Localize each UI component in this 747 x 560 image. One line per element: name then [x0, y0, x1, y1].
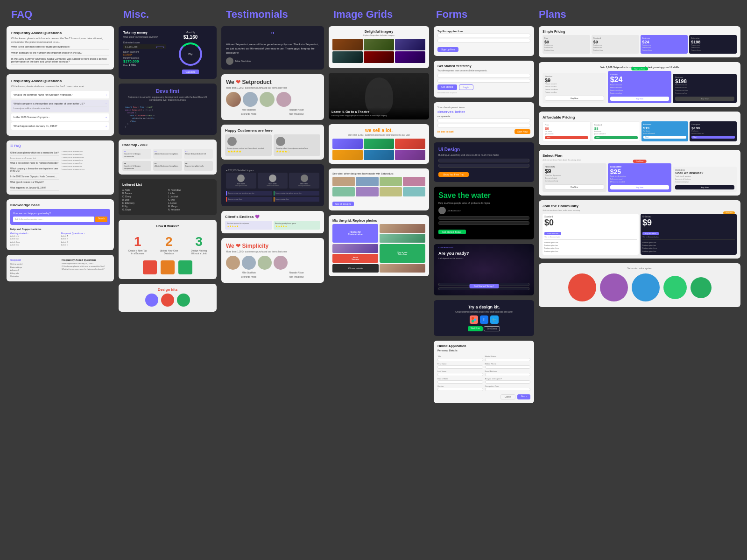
app-title-field[interactable]: [437, 358, 483, 361]
mortgage-card: Take my money What about your mortgage p…: [119, 26, 217, 79]
app-email-field[interactable]: [485, 373, 531, 376]
app-phone-field[interactable]: [485, 365, 531, 369]
ui-field-1[interactable]: [438, 159, 529, 162]
faq-q2[interactable]: Which company is the number one importer…: [11, 50, 109, 56]
app-designer-field[interactable]: [485, 380, 531, 384]
mix-constraints: With proper constraints: [332, 264, 379, 273]
standard-trial-btn[interactable]: Start free trial: [544, 232, 561, 235]
testimonial-quote-card: " Without Setproduct, we would have gone…: [221, 26, 324, 70]
enterprise-plan-btn[interactable]: Start: [691, 136, 735, 139]
mortgage-title: Take my money: [123, 31, 166, 34]
save-field-2[interactable]: [438, 221, 529, 225]
start-now-btn[interactable]: Start Now: [514, 129, 530, 134]
app-occupation-field[interactable]: [485, 388, 531, 391]
coolstart-buy-btn[interactable]: Buy Now: [610, 185, 669, 189]
faqapp-field-1[interactable]: [437, 34, 530, 37]
faq-q3[interactable]: In the 1980 Summer Olympics, Nadia Coman…: [11, 56, 109, 65]
faq-accordion-item-4[interactable]: What happened on January 01, 1984? +: [14, 125, 107, 127]
simplicity-avatar-1: [226, 256, 240, 270]
faqapp-submit-btn[interactable]: Sign Up Free: [437, 47, 458, 52]
mortgage-amount: $175,000: [123, 59, 166, 63]
app-next-btn[interactable]: Next ›: [517, 394, 530, 399]
app-firstname-field[interactable]: [437, 365, 483, 369]
mortgage-monthly: $1,160: [183, 35, 198, 40]
business-plan-btn[interactable]: Buy Now: [675, 97, 734, 101]
show-free-btn[interactable]: Show You Free Trial: [438, 172, 469, 177]
coolstart-plan-btn[interactable]: Buy Now: [610, 97, 669, 101]
join-setproduct-card: Join 1,000 Setproduct customers and star…: [539, 62, 740, 107]
standard-plan-btn[interactable]: Buy Now: [545, 96, 604, 101]
app-lastname-field[interactable]: [437, 373, 483, 376]
star-rating-2: ★★★★☆: [276, 150, 318, 154]
color-blobs-card: Setproduct color system: [539, 263, 740, 307]
faq-card1-title: Frequently Asked Questions: [11, 31, 109, 35]
app-gender-field[interactable]: [437, 388, 483, 391]
dev-field-1[interactable]: [437, 119, 530, 122]
get-started-title: Get Started Yesterday: [437, 64, 530, 68]
see-all-designs-btn[interactable]: See all designs: [332, 202, 354, 206]
save-donate-btn[interactable]: Get Started Today !: [438, 230, 466, 234]
ui-design-card: Ui Design Building & Launching web sites…: [434, 142, 534, 182]
faqapp-field-2[interactable]: [437, 39, 530, 42]
lettered-list-card: Lettered List A. Apple B. Banana C. Cher…: [119, 179, 217, 215]
dev-field-2[interactable]: [437, 124, 530, 127]
designer-img-3: [380, 177, 402, 186]
list-item: I. Imbe: [168, 192, 213, 195]
img-1: [332, 39, 363, 50]
step-3-number: 3: [191, 234, 207, 249]
standard-plan-btn-2[interactable]: Start: [594, 136, 638, 139]
gs-field-password[interactable]: [437, 79, 530, 83]
affordable-pricing-card: Affordable Pricing Free $0 For loremipsu…: [539, 112, 740, 146]
login-btn[interactable]: Log in: [459, 84, 474, 90]
help-title: Help and Support articles: [10, 228, 110, 231]
blob-red: [568, 273, 596, 301]
svg-point-3: [474, 319, 476, 321]
list-item: J. Jackfruit: [168, 195, 213, 198]
step-3-text: Design NothingWithout a Limit: [191, 249, 207, 255]
misc-header: Misc.: [123, 8, 226, 21]
get-started-btn[interactable]: Get Started: [437, 84, 457, 90]
clients-endless-card: Client's Endless 💜 Excellent product lor…: [221, 211, 324, 233]
design-kits-title: Design kits: [122, 287, 213, 292]
kb-search-button[interactable]: Search: [95, 217, 107, 222]
try-design-kit-card: Try a design kit. Create unlimited proje…: [434, 300, 534, 336]
design-kit-title: Try a design kit.: [438, 305, 529, 309]
ui-field-2[interactable]: [438, 164, 529, 168]
faq-card3-title: ☰ FAQ: [10, 144, 110, 148]
avatar-2: [243, 92, 258, 107]
we-love-title: We ❤ Setproduct: [226, 79, 319, 85]
svg-rect-4: [472, 320, 474, 322]
kit-start-btn[interactable]: Start Free: [468, 326, 483, 331]
calculate-btn[interactable]: Calculate: [182, 70, 199, 74]
mix-grid-title: Mix the grid. Replace photos: [332, 219, 425, 222]
gs-field-email[interactable]: [437, 74, 530, 77]
kit-demo-btn[interactable]: See Demo: [484, 326, 500, 331]
design-kit-icon-1: [145, 294, 158, 307]
try-faqapp-card: Try Faqapp for free Sign Up Free: [434, 26, 534, 56]
save-field-1[interactable]: [438, 216, 529, 220]
devs-title: Devs first: [123, 88, 212, 94]
list-item: L. Lemon: [168, 202, 213, 205]
personal-plan-btn[interactable]: Buy Now: [545, 184, 604, 189]
business-buy-btn[interactable]: Buy Now: [675, 185, 734, 189]
faq-accordion-item-2[interactable]: Which company is the number one importer…: [14, 102, 107, 105]
design-kit-icon-2: [161, 294, 174, 307]
advanced-plan-btn[interactable]: Start: [643, 136, 687, 139]
we-sell-card: we sell a lot. More than 1,200+ customer…: [329, 124, 429, 164]
sell-img-1: [332, 139, 363, 149]
join-community-card: Join the Community Just one sentence her…: [539, 200, 740, 259]
forms-column: Try Faqapp for free Sign Up Free Get Sta…: [434, 26, 534, 403]
faq-q1[interactable]: What is the common name for hydrogen hyd…: [11, 44, 109, 50]
app-dob-field[interactable]: [437, 380, 483, 384]
list-item: N. Nectarine: [168, 208, 213, 211]
star-rating-1: ★★★★★: [227, 150, 269, 154]
app-cancel-btn[interactable]: Cancel: [500, 394, 515, 399]
faq-accordion-item-3[interactable]: In the 1980 Summer Olympics... +: [14, 116, 107, 119]
app-marital-field[interactable]: [485, 358, 531, 361]
faq-accordion-item[interactable]: What is the common name for hydrogen hyd…: [14, 93, 107, 96]
simp-author-1: Mike Stockfoto: [226, 272, 272, 274]
unlimited-buy-btn[interactable]: Buy the New: [642, 232, 659, 235]
faq-card1-desc: Of the known planets which one is neares…: [11, 37, 109, 44]
ready-get-started-btn[interactable]: Get Started Today !: [469, 284, 499, 288]
free-plan-btn[interactable]: Start: [545, 136, 588, 139]
